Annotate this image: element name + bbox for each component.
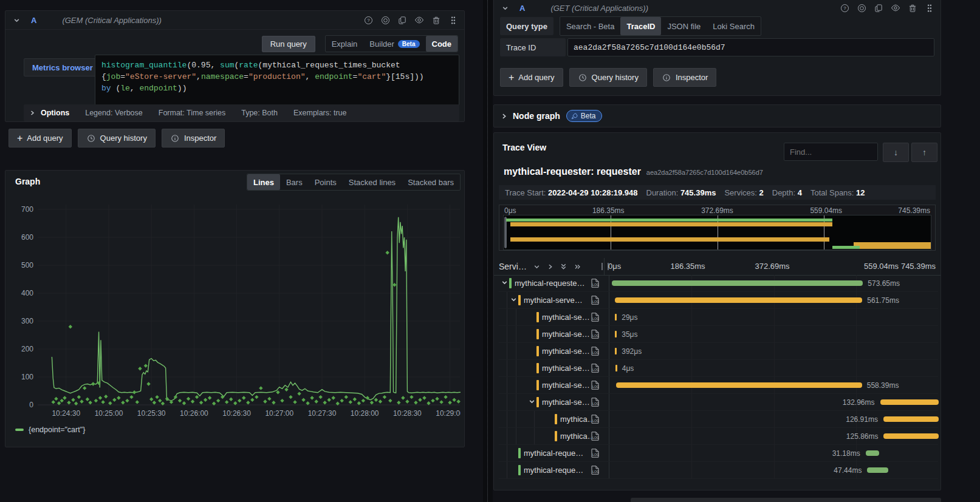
disable-query-icon[interactable] [380,15,390,25]
span-logs-icon[interactable]: LOG [591,381,599,390]
toggle-option-stacked-bars[interactable]: Stacked bars [402,174,460,190]
span-logs-icon[interactable]: LOG [591,330,599,339]
span-service-name[interactable]: mythical-se… [542,398,590,407]
query-options-row[interactable]: Options Legend: VerboseFormat: Time seri… [24,104,459,121]
span-timeline-cell[interactable]: 35μs [609,326,938,342]
span-timeline-cell[interactable]: 573.65ms [609,275,938,291]
span-duration-bar[interactable] [616,382,862,388]
span-service-name[interactable]: mythica… [560,415,591,424]
span-collapse-icon[interactable] [501,279,509,287]
toggle-option-lines[interactable]: Lines [247,174,280,190]
span-duration-bar[interactable] [615,348,617,354]
inspector-button[interactable]: Inspector [162,129,225,148]
add-query-button[interactable]: + Add query [500,68,563,87]
span-row[interactable]: mythical-reque…LOG47.44ms [499,462,938,479]
span-service-name[interactable]: mythica… [560,432,591,441]
span-service-name[interactable]: mythical-se… [542,330,590,339]
toggle-option-explain[interactable]: Explain [326,36,364,52]
span-logs-icon[interactable]: LOG [591,466,599,475]
span-service-name[interactable]: mythical-serve… [524,296,583,305]
span-collapse-icon[interactable] [529,398,536,405]
toggle-option-builder[interactable]: BuilderBeta [363,36,425,52]
span-duration-bar[interactable] [880,399,939,405]
span-timeline-cell[interactable]: 47.44ms [609,462,938,478]
span-service-name[interactable]: mythical-reque… [524,466,583,475]
timeseries-plot[interactable]: 010020030040050060070010:24:3010:25:0010… [10,198,461,422]
span-timeline-cell[interactable]: 561.75ms [609,292,938,308]
chevron-right-icon[interactable] [547,262,553,271]
span-duration-bar[interactable] [883,433,939,439]
span-row[interactable]: mythical-requeste…LOG573.65ms [499,275,938,292]
span-logs-icon[interactable]: LOG [591,364,599,373]
find-prev-button[interactable]: ↑ [911,143,937,162]
copy-query-icon[interactable] [397,15,407,25]
double-chevron-down-icon[interactable] [560,262,567,271]
span-service-name[interactable]: mythical-se… [542,313,590,322]
hide-response-icon[interactable] [891,3,900,13]
toggle-option-search-beta[interactable]: Search - Beta [560,17,621,35]
span-timeline-cell[interactable]: 4μs [609,360,938,376]
span-duration-bar[interactable] [615,365,617,371]
span-service-name[interactable]: mythical-reque… [524,449,583,458]
graph-legend[interactable]: {endpoint="cart"} [15,426,85,434]
span-logs-icon[interactable]: LOG [591,347,599,356]
find-next-button[interactable]: ↓ [883,143,909,162]
span-timeline-cell[interactable]: 29μs [609,309,938,325]
help-icon[interactable]: ? [363,15,373,25]
toggle-option-stacked-lines[interactable]: Stacked lines [343,174,402,190]
chevron-down-icon[interactable] [12,15,21,25]
help-icon[interactable]: ? [840,3,849,13]
trace-minimap[interactable]: 0μs186.35ms372.69ms559.04ms745.39ms [499,205,936,251]
drag-handle-icon[interactable] [925,3,934,13]
drag-handle-icon[interactable] [448,15,458,25]
span-row[interactable]: mythical-se…LOG4μs [499,360,938,377]
span-row[interactable]: mythica…LOG126.91ms [499,411,938,428]
span-logs-icon[interactable]: LOG [591,279,599,288]
chevron-right-icon[interactable] [501,113,507,120]
hide-response-icon[interactable] [414,15,424,25]
chevron-down-icon[interactable] [533,262,541,271]
promql-editor[interactable]: histogram_quantile(0.95, sum(rate(mythic… [95,55,459,109]
span-service-name[interactable]: mythical-se… [542,381,590,390]
double-chevron-right-icon[interactable] [574,262,581,271]
trash-icon[interactable] [431,15,441,25]
disable-query-icon[interactable] [857,3,866,13]
toggle-option-loki-search[interactable]: Loki Search [707,17,761,35]
span-service-name[interactable]: mythical-se… [542,347,590,356]
copy-query-icon[interactable] [874,3,883,13]
toggle-option-points[interactable]: Points [309,174,343,190]
span-duration-bar[interactable] [615,297,863,303]
inspector-button[interactable]: Inspector [653,68,716,87]
span-logs-icon[interactable]: LOG [591,432,599,441]
trash-icon[interactable] [908,3,917,13]
query-row-header[interactable]: A (GET (Critical Applications)) ? [494,0,941,16]
span-row[interactable]: mythica…LOG125.86ms [499,428,938,445]
toggle-option-json-file[interactable]: JSON file [661,17,707,35]
span-row[interactable]: mythical-se…LOG132.96ms [499,394,938,411]
span-timeline-cell[interactable]: 31.18ms [609,445,938,461]
span-row[interactable]: mythical-se…LOG29μs [499,309,938,326]
span-duration-bar[interactable] [866,450,880,456]
span-logs-icon[interactable]: LOG [591,313,599,322]
span-duration-bar[interactable] [867,467,888,473]
span-duration-bar[interactable] [615,314,617,321]
chevron-down-icon[interactable] [500,3,510,13]
span-row[interactable]: mythical-se…LOG392μs [499,343,938,360]
minimap-canvas[interactable] [503,215,931,250]
split-resize-handle[interactable] [483,0,493,502]
span-row[interactable]: mythical-se…LOG558.39ms [499,377,938,394]
toggle-option-traceid[interactable]: TraceID [620,17,661,35]
span-duration-bar[interactable] [883,416,939,422]
span-collapse-icon[interactable] [510,296,518,304]
span-timeline-cell[interactable]: 126.91ms [609,411,938,427]
span-duration-bar[interactable] [615,331,617,337]
span-logs-icon[interactable]: LOG [591,449,599,458]
node-graph-panel[interactable]: Node graph Beta [493,104,941,127]
span-timeline-cell[interactable]: 558.39ms [609,377,938,393]
query-history-button[interactable]: Query history [78,129,156,148]
toggle-option-bars[interactable]: Bars [280,174,309,190]
span-row[interactable]: mythical-serve…LOG561.75ms [499,292,938,309]
trace-id-input[interactable] [567,38,934,56]
span-timeline-cell[interactable]: 125.86ms [609,428,938,444]
query-history-button[interactable]: Query history [569,68,647,87]
